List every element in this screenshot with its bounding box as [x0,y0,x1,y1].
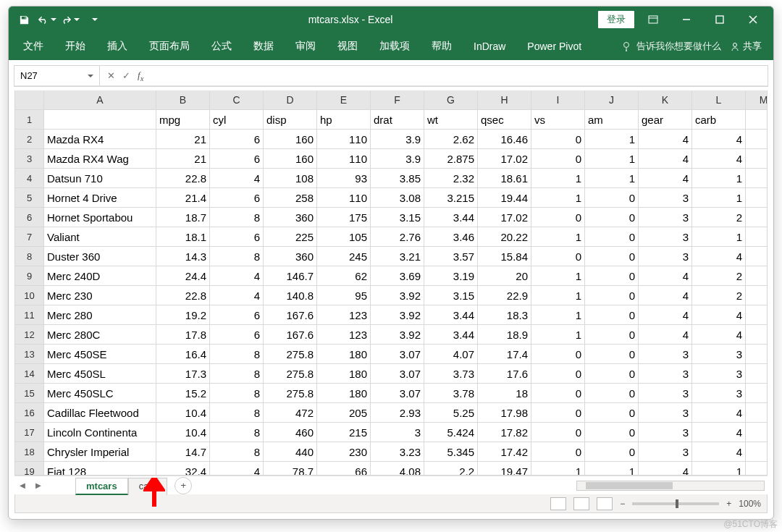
cell-H13[interactable]: 17.4 [478,345,531,364]
normal-view-icon[interactable] [550,497,566,510]
cell-G6[interactable]: 3.44 [424,208,478,227]
cell-A12[interactable]: Merc 280C [44,325,156,345]
cell-J11[interactable]: 0 [585,305,639,325]
cell-C10[interactable]: 4 [210,286,264,305]
row-header-3[interactable]: 3 [15,149,44,169]
cell-C14[interactable]: 8 [210,364,264,384]
column-header-E[interactable]: E [317,90,371,110]
page-layout-view-icon[interactable] [573,497,589,510]
ribbon-tab-加载项[interactable]: 加载项 [369,35,420,57]
row-header-14[interactable]: 14 [15,364,44,384]
cell-A11[interactable]: Merc 280 [44,305,156,325]
cell-K13[interactable]: 3 [639,345,692,364]
row-header-10[interactable]: 10 [15,286,44,305]
row-header-12[interactable]: 12 [15,325,44,345]
cell-K7[interactable]: 3 [639,227,692,247]
row-header-13[interactable]: 13 [15,345,44,364]
cell-I16[interactable]: 0 [531,403,585,423]
cell-I19[interactable]: 1 [531,462,585,475]
sheet-tab-mtcars[interactable]: mtcars [75,478,128,495]
zoom-in-icon[interactable]: + [726,499,731,509]
ribbon-tab-数据[interactable]: 数据 [243,35,284,57]
cell-C12[interactable]: 6 [210,325,264,345]
cell-D11[interactable]: 167.6 [264,305,317,325]
maximize-icon[interactable] [705,7,734,33]
cell-J16[interactable]: 0 [585,403,639,423]
cell-K3[interactable]: 4 [639,149,692,169]
cell-E3[interactable]: 110 [317,149,371,169]
cell-C3[interactable]: 6 [210,149,264,169]
cell-L3[interactable]: 4 [692,149,746,169]
column-header-M[interactable]: M [746,90,767,110]
cell-M8[interactable] [746,247,767,266]
cell-M5[interactable] [746,188,767,208]
cell-header-B[interactable]: mpg [156,110,210,130]
cell-F2[interactable]: 3.9 [371,130,424,149]
column-header-F[interactable]: F [371,90,424,110]
cell-B6[interactable]: 18.7 [156,208,210,227]
cell-C19[interactable]: 4 [210,462,264,475]
cell-C15[interactable]: 8 [210,384,264,403]
column-header-J[interactable]: J [585,90,639,110]
cell-G9[interactable]: 3.19 [424,266,478,286]
zoom-out-icon[interactable]: − [620,499,625,509]
cell-L5[interactable]: 1 [692,188,746,208]
tell-me-search[interactable]: 告诉我你想要做什么 [622,40,721,53]
cell-D5[interactable]: 258 [264,188,317,208]
cell-I10[interactable]: 1 [531,286,585,305]
cell-F16[interactable]: 2.93 [371,403,424,423]
cell-I11[interactable]: 1 [531,305,585,325]
horizontal-scrollbar[interactable] [576,481,765,491]
cell-D19[interactable]: 78.7 [264,462,317,475]
close-icon[interactable] [739,7,768,33]
column-header-G[interactable]: G [424,90,478,110]
cell-L9[interactable]: 2 [692,266,746,286]
ribbon-tab-视图[interactable]: 视图 [327,35,368,57]
cell-B18[interactable]: 14.7 [156,442,210,462]
cell-L12[interactable]: 4 [692,325,746,345]
cell-M3[interactable] [746,149,767,169]
cell-L6[interactable]: 2 [692,208,746,227]
cell-K11[interactable]: 4 [639,305,692,325]
ribbon-tab-审阅[interactable]: 审阅 [285,35,326,57]
cell-F13[interactable]: 3.07 [371,345,424,364]
cell-J4[interactable]: 1 [585,169,639,188]
cell-C9[interactable]: 4 [210,266,264,286]
cell-A7[interactable]: Valiant [44,227,156,247]
cell-D8[interactable]: 360 [264,247,317,266]
cell-J19[interactable]: 1 [585,462,639,475]
cell-H11[interactable]: 18.3 [478,305,531,325]
cell-L7[interactable]: 1 [692,227,746,247]
cell-F12[interactable]: 3.92 [371,325,424,345]
cell-B9[interactable]: 24.4 [156,266,210,286]
name-box[interactable] [14,66,100,85]
cell-G10[interactable]: 3.15 [424,286,478,305]
cell-K9[interactable]: 4 [639,266,692,286]
cell-I18[interactable]: 0 [531,442,585,462]
cell-M16[interactable] [746,403,767,423]
row-header-18[interactable]: 18 [15,442,44,462]
cell-J2[interactable]: 1 [585,130,639,149]
cell-H19[interactable]: 19.47 [478,462,531,475]
sheet-nav-next-icon[interactable]: ► [30,480,46,491]
cell-A17[interactable]: Lincoln Continenta [44,423,156,442]
cell-K5[interactable]: 3 [639,188,692,208]
cell-E16[interactable]: 205 [317,403,371,423]
cell-K6[interactable]: 3 [639,208,692,227]
ribbon-tab-开始[interactable]: 开始 [55,35,96,57]
cell-B13[interactable]: 16.4 [156,345,210,364]
row-header-6[interactable]: 6 [15,208,44,227]
cancel-formula-icon[interactable]: ✕ [107,70,115,81]
cell-E8[interactable]: 245 [317,247,371,266]
cell-D2[interactable]: 160 [264,130,317,149]
cell-D15[interactable]: 275.8 [264,384,317,403]
cell-E2[interactable]: 110 [317,130,371,149]
row-header-11[interactable]: 11 [15,305,44,325]
cell-L15[interactable]: 3 [692,384,746,403]
cell-F19[interactable]: 4.08 [371,462,424,475]
cell-B12[interactable]: 17.8 [156,325,210,345]
cell-I2[interactable]: 0 [531,130,585,149]
zoom-slider[interactable] [632,502,719,505]
cell-H18[interactable]: 17.42 [478,442,531,462]
cell-M19[interactable] [746,462,767,475]
